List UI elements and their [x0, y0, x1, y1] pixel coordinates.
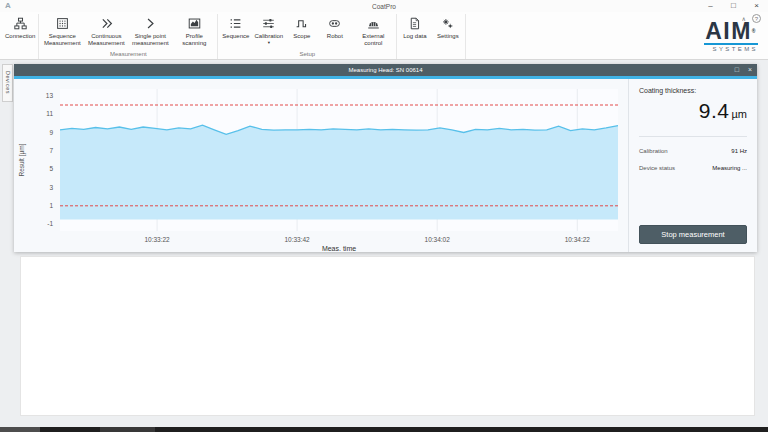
close-button[interactable]: × [745, 0, 768, 12]
ribbon-item-label: Profile scanning [174, 33, 214, 46]
svg-text:10:33:42: 10:33:42 [284, 236, 310, 243]
ribbon-group-setup: Sequence Calibration ▾ Scope Robot [218, 14, 397, 59]
ribbon-item-profile-scanning[interactable]: Profile scanning [172, 14, 216, 46]
svg-text:1: 1 [49, 202, 53, 209]
aim-systems-logo: AIM® SYSTEMS [704, 21, 758, 52]
window-title: CoatPro [0, 3, 768, 10]
panel-divider [639, 136, 747, 137]
registered-mark: ® [752, 28, 757, 34]
ribbon-item-label: Sequence [222, 33, 249, 40]
ribbon-item-settings[interactable]: Settings [431, 14, 464, 40]
ribbon-item-scope[interactable]: Scope [285, 14, 318, 40]
ribbon-toolbar: Connection Sequence Measurement Continuo… [0, 12, 768, 60]
device-status-label: Device status [639, 165, 675, 171]
ribbon-item-label: Connection [5, 33, 35, 40]
devices-side-tab[interactable]: Devices [2, 64, 13, 102]
ribbon-item-label: Continuous Measurement [86, 33, 126, 46]
ribbon-item-connection[interactable]: Connection [3, 14, 37, 40]
ribbon-item-single-point-measurement[interactable]: Single point measurement [128, 14, 172, 46]
ribbon-item-label: External control [353, 33, 393, 46]
ribbon-group-tools: Log data Settings [397, 14, 466, 59]
double-chevron-icon [100, 16, 113, 31]
ribbon-group-label: Setup [219, 50, 395, 59]
stop-measurement-button[interactable]: Stop measurement [639, 225, 747, 244]
ribbon-item-sequence-measurement[interactable]: Sequence Measurement [40, 14, 84, 46]
ribbon-item-calibration[interactable]: Calibration ▾ [252, 14, 285, 45]
ribbon-item-label: Settings [437, 33, 459, 40]
device-status-value: Measuring ... [712, 165, 747, 171]
maximize-button[interactable]: □ [722, 0, 745, 12]
minimize-button[interactable]: – [699, 0, 722, 12]
ribbon-group-label [398, 50, 464, 59]
chart-svg: 131197531-110:33:2210:33:4210:34:0210:34… [14, 79, 628, 252]
inner-close-button[interactable]: × [748, 64, 752, 76]
svg-text:10:33:22: 10:33:22 [144, 236, 170, 243]
taskbar [0, 427, 768, 432]
dome-icon [367, 16, 380, 31]
svg-text:11: 11 [46, 110, 53, 117]
list-icon [229, 16, 242, 31]
svg-text:13: 13 [46, 92, 54, 99]
ribbon-item-robot[interactable]: Robot [318, 14, 351, 40]
dropdown-caret-icon: ▾ [268, 41, 270, 45]
coating-thickness-value: 9.4µm [639, 99, 747, 123]
dot-grid-icon [56, 16, 69, 31]
app-titlebar[interactable]: A CoatPro – □ × [0, 0, 768, 12]
ribbon-item-label: Sequence Measurement [42, 33, 82, 46]
ribbon-group-measurement: Sequence Measurement Continuous Measurem… [39, 14, 218, 59]
result-panel: Coating thickness: 9.4µm Calibration 91 … [628, 79, 757, 252]
ribbon-item-label: Calibration [255, 33, 284, 40]
logo-text: AIM® [704, 21, 758, 45]
svg-text:Result [µm]: Result [µm] [18, 143, 26, 176]
ribbon-item-sequence[interactable]: Sequence [219, 14, 252, 40]
svg-text:3: 3 [49, 184, 53, 191]
svg-text:7: 7 [49, 147, 53, 154]
devices-tab-label: Devices [5, 71, 11, 94]
measuring-head-window: Measuring Head: SN 00614 □ × 131197531-1… [14, 64, 757, 252]
ribbon-item-log-data[interactable]: Log data [398, 14, 431, 40]
calibration-row: Calibration 91 Hz [639, 148, 747, 154]
device-status-row: Device status Measuring ... [639, 165, 747, 171]
gears-icon [441, 16, 454, 31]
logo-subtext: SYSTEMS [704, 46, 758, 52]
calibration-value: 91 Hz [731, 148, 747, 154]
empty-content-panel [20, 256, 755, 416]
svg-text:10:34:02: 10:34:02 [425, 236, 451, 243]
connection-icon [14, 16, 27, 31]
workspace: Devices Measuring Head: SN 00614 □ × 131… [0, 61, 768, 427]
svg-text:9: 9 [49, 129, 53, 136]
svg-text:Meas. time: Meas. time [322, 245, 356, 252]
ribbon-item-continuous-measurement[interactable]: Continuous Measurement [84, 14, 128, 46]
thickness-unit: µm [731, 108, 747, 120]
thickness-number: 9.4 [699, 99, 730, 122]
measuring-window-titlebar[interactable]: Measuring Head: SN 00614 □ × [14, 64, 757, 76]
ribbon-item-label: Scope [293, 33, 310, 40]
robot-eyes-icon [328, 16, 341, 31]
sliders-icon [262, 16, 275, 31]
svg-text:-1: -1 [47, 220, 53, 227]
measurement-chart: 131197531-110:33:2210:33:4210:34:0210:34… [14, 79, 628, 252]
ribbon-group-label [3, 50, 37, 59]
ribbon-item-external-control[interactable]: External control [351, 14, 395, 46]
inner-maximize-button[interactable]: □ [735, 64, 739, 76]
document-icon [408, 16, 421, 31]
coating-thickness-label: Coating thickness: [639, 87, 747, 94]
svg-text:10:34:22: 10:34:22 [565, 236, 591, 243]
ribbon-group-connection: Connection [2, 14, 39, 59]
ribbon-group-label: Measurement [40, 50, 216, 59]
svg-text:5: 5 [49, 165, 53, 172]
calibration-label: Calibration [639, 148, 668, 154]
chevron-right-icon [144, 16, 157, 31]
measuring-window-title: Measuring Head: SN 00614 [348, 67, 422, 73]
profile-chart-icon [188, 16, 201, 31]
waveform-icon [295, 16, 308, 31]
ribbon-item-label: Log data [403, 33, 426, 40]
ribbon-item-label: Single point measurement [130, 33, 170, 46]
ribbon-item-label: Robot [327, 33, 343, 40]
